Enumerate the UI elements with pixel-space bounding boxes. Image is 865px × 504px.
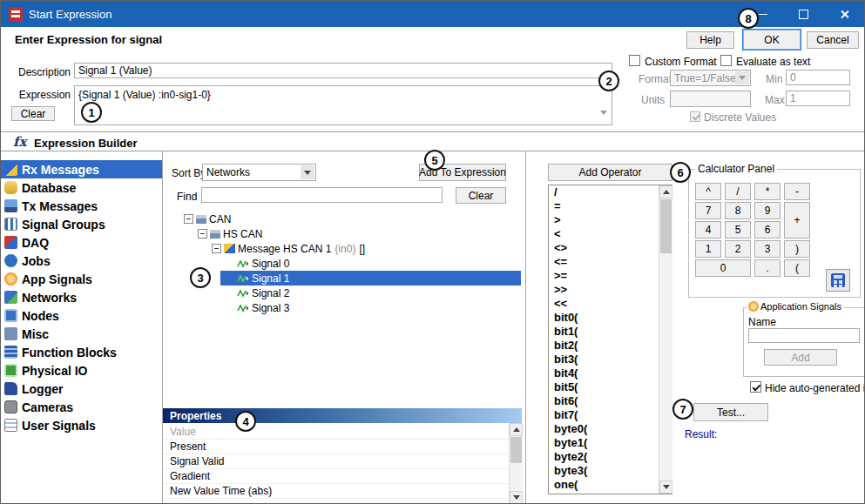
collapse-icon[interactable] [198, 229, 207, 239]
clear-find-button[interactable]: Clear [456, 187, 506, 204]
sidebar-item-daq[interactable]: DAQ [1, 233, 162, 252]
operator-item[interactable]: bit7( [549, 408, 672, 422]
calculator-panel-title: Calculator Panel [695, 163, 777, 175]
operator-item[interactable]: < [549, 227, 672, 241]
operator-item[interactable]: byte3( [549, 464, 672, 478]
maximize-button[interactable] [783, 1, 823, 27]
sidebar-item-cameras[interactable]: Cameras [1, 398, 162, 416]
hide-auto-generated-checkbox[interactable] [750, 381, 761, 393]
sidebar-item-logger[interactable]: Logger [1, 380, 162, 398]
operator-item[interactable]: bit6( [549, 394, 672, 408]
collapse-icon[interactable] [212, 244, 221, 253]
ok-button[interactable]: OK [742, 29, 801, 50]
calc-key-pow[interactable]: ^ [695, 183, 721, 200]
calc-key-5[interactable]: 5 [725, 221, 751, 239]
tree-node-signal-3[interactable]: Signal 3 [234, 300, 289, 315]
clear-expression-button[interactable]: Clear [11, 106, 55, 121]
calc-key-0[interactable]: 0 [695, 259, 751, 277]
scroll-up-icon[interactable] [659, 185, 672, 198]
property-row-signal-valid[interactable]: Signal Valid [163, 454, 509, 469]
tree-node-message[interactable]: Message HS CAN 1 (in0) [] [212, 241, 365, 256]
operator-item[interactable]: bit5( [549, 380, 672, 394]
sidebar-item-app-signals[interactable]: App Signals [1, 270, 162, 288]
calc-key-dot[interactable]: . [754, 259, 781, 277]
cancel-button[interactable]: Cancel [807, 31, 859, 49]
sidebar-item-nodes[interactable]: Nodes [1, 306, 162, 325]
expression-expand-icon[interactable] [600, 115, 607, 131]
operator-item[interactable]: byte2( [549, 450, 672, 464]
operator-item[interactable]: = [549, 199, 672, 213]
tree-node-can[interactable]: CAN [184, 212, 231, 226]
signal-waveform-icon [237, 303, 249, 313]
sidebar-item-user-signals[interactable]: User Signals [1, 416, 162, 434]
operator-item[interactable]: >> [549, 283, 672, 297]
tree-node-signal-2[interactable]: Signal 2 [234, 286, 289, 300]
help-button[interactable]: Help [686, 31, 734, 49]
sidebar-item-networks[interactable]: Networks [1, 288, 162, 306]
operator-item[interactable]: > [549, 213, 672, 227]
operator-item[interactable]: / [549, 185, 672, 199]
sidebar-item-tx-messages[interactable]: Tx Messages [1, 197, 162, 215]
expression-label: Expression [8, 89, 71, 101]
operator-item[interactable]: bit2( [549, 339, 672, 353]
custom-format-checkbox[interactable] [629, 55, 640, 66]
operator-item[interactable]: bit3( [549, 353, 672, 366]
calc-key-4[interactable]: 4 [695, 221, 721, 239]
close-button[interactable] [823, 1, 865, 27]
tree-node-signal-0[interactable]: Signal 0 [234, 256, 289, 271]
calc-key-2[interactable]: 2 [725, 240, 751, 258]
sidebar-item-physical-io[interactable]: Physical IO [1, 361, 162, 380]
sidebar-item-function-blocks[interactable]: Function Blocks [1, 343, 162, 361]
property-row-present[interactable]: Present [163, 440, 509, 454]
tree-node-hs-can[interactable]: HS CAN [198, 226, 262, 241]
operator-item[interactable]: byte0( [549, 422, 672, 436]
calc-key-minus[interactable]: - [784, 183, 810, 200]
scroll-down-icon[interactable] [659, 480, 672, 494]
add-operator-button[interactable]: Add Operator [548, 164, 672, 181]
calc-key-3[interactable]: 3 [754, 240, 781, 258]
sidebar-item-rx-messages[interactable]: Rx Messages [1, 160, 162, 178]
description-input[interactable]: Signal 1 (Value) [74, 63, 612, 78]
operator-item[interactable]: bit0( [549, 311, 672, 325]
sidebar-item-signal-groups[interactable]: Signal Groups [1, 215, 162, 233]
scrollbar-thumb[interactable] [660, 199, 672, 253]
property-row-gradient[interactable]: Gradient [163, 469, 509, 484]
operator-item[interactable]: >= [549, 269, 672, 283]
calc-key-close-paren[interactable]: ) [784, 240, 810, 258]
calc-key-multiply[interactable]: * [754, 183, 781, 200]
operator-item[interactable]: bit4( [549, 366, 672, 380]
sidebar-item-database[interactable]: Database [1, 178, 162, 197]
property-row-value[interactable]: Value [163, 425, 509, 440]
operator-item[interactable]: byte1( [549, 436, 672, 450]
operator-item[interactable]: << [549, 297, 672, 311]
calc-key-7[interactable]: 7 [695, 202, 721, 219]
calc-key-open-paren[interactable]: ( [784, 259, 810, 277]
operator-item[interactable]: one( [549, 478, 672, 492]
find-input[interactable] [201, 187, 443, 203]
calc-key-8[interactable]: 8 [725, 202, 751, 219]
operator-item[interactable]: bit1( [549, 325, 672, 339]
calc-key-divide[interactable]: / [725, 183, 751, 200]
calc-key-9[interactable]: 9 [754, 202, 781, 219]
properties-scrollbar[interactable] [509, 423, 523, 504]
expression-input[interactable]: {Signal 1 (Value) :in0-sig1-0} [74, 85, 612, 125]
property-row-new-value-time[interactable]: New Value Time (abs) [163, 484, 509, 499]
tree-node-signal-1-selected[interactable]: Signal 1 [220, 271, 521, 286]
calculator-button[interactable] [826, 269, 850, 292]
operator-item[interactable]: <> [549, 241, 672, 255]
calc-key-1[interactable]: 1 [695, 240, 721, 258]
test-button[interactable]: Test... [693, 403, 768, 421]
scroll-up-icon[interactable] [510, 423, 523, 436]
collapse-icon[interactable] [184, 214, 193, 224]
sidebar-item-misc[interactable]: Misc [1, 325, 162, 343]
calc-key-plus[interactable]: + [784, 202, 810, 239]
scrollbar-thumb[interactable] [510, 437, 522, 463]
scroll-down-icon[interactable] [510, 491, 523, 504]
calc-key-6[interactable]: 6 [754, 221, 781, 239]
operator-scrollbar[interactable] [659, 185, 672, 494]
sort-by-dropdown[interactable]: Networks [202, 164, 316, 181]
name-input[interactable] [748, 328, 860, 343]
sidebar-item-jobs[interactable]: Jobs [1, 252, 162, 270]
operator-item[interactable]: <= [549, 255, 672, 269]
evaluate-as-text-checkbox[interactable] [720, 55, 732, 66]
